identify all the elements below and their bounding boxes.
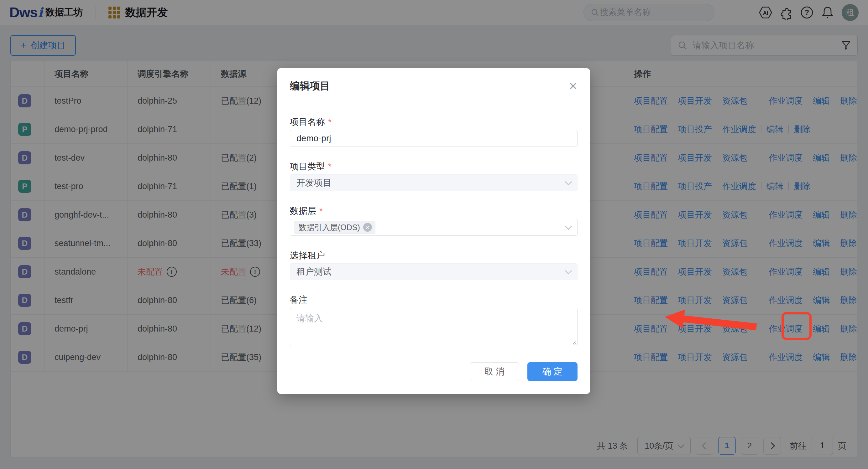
cancel-button[interactable]: 取 消 [470,362,519,381]
field-tenant: 选择租户 租户测试 [290,251,578,280]
annotation-arrow [660,307,763,337]
field-project-name: 项目名称* [290,118,578,147]
resize-handle-icon[interactable] [571,340,576,345]
project-name-label: 项目名称* [290,118,578,127]
data-layer-tag-label: 数据引入层(ODS) [299,222,360,233]
confirm-button[interactable]: 确 定 [527,362,578,381]
chevron-down-icon [565,178,572,186]
app: Dws i 数据工坊 数据开发 AI [0,0,868,469]
project-type-select[interactable]: 开发项目 [290,174,578,191]
field-data-layer: 数据层* 数据引入层(ODS) ✕ [290,206,578,236]
project-type-value: 开发项目 [297,177,332,189]
modal-footer: 取 消 确 定 [277,349,590,394]
edit-project-modal: 编辑项目 ✕ 项目名称* 项目类型* 开发项目 [277,68,590,394]
chevron-down-icon [565,267,572,275]
close-icon[interactable]: ✕ [569,81,578,92]
tenant-select[interactable]: 租户测试 [290,263,578,280]
modal-body: 项目名称* 项目类型* 开发项目 数据层* 数据引 [277,118,590,346]
remark-textarea[interactable]: 请输入 [290,308,578,346]
field-project-type: 项目类型* 开发项目 [290,162,578,191]
required-star: * [319,206,323,216]
project-type-label: 项目类型* [290,162,578,171]
data-layer-select[interactable]: 数据引入层(ODS) ✕ [290,219,578,236]
edit-highlight-box [781,312,812,340]
required-star: * [328,118,332,127]
field-remark: 备注 请输入 [290,295,578,346]
tag-remove-icon[interactable]: ✕ [363,223,372,232]
modal-title: 编辑项目 [290,79,330,93]
modal-header: 编辑项目 ✕ [277,68,590,104]
tenant-label: 选择租户 [290,251,578,260]
data-layer-label: 数据层* [290,206,578,216]
required-star: * [328,162,332,171]
chevron-down-icon [565,223,572,230]
data-layer-tag: 数据引入层(ODS) ✕ [294,221,375,234]
remark-placeholder: 请输入 [297,313,323,323]
project-name-input[interactable] [290,130,578,147]
tenant-value: 租户测试 [297,266,332,278]
remark-label: 备注 [290,295,578,305]
